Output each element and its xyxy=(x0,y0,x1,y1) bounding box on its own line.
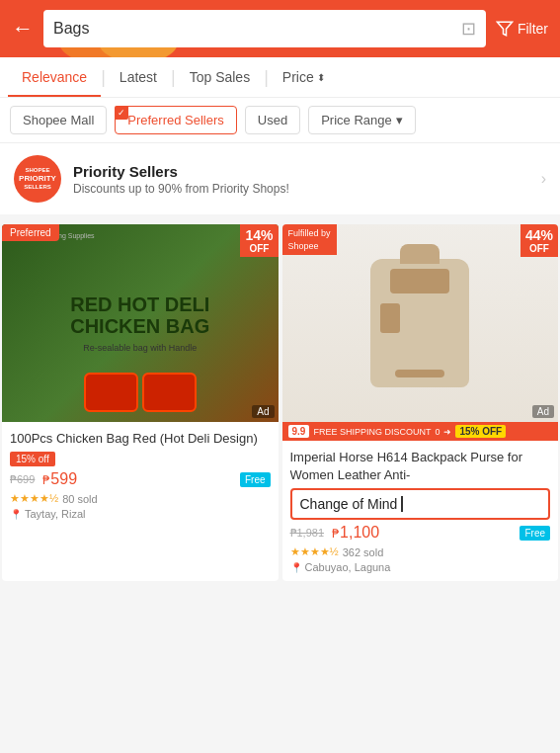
filter-icon xyxy=(496,20,514,38)
badge-off-left: 14% OFF xyxy=(240,224,278,257)
price-sort-icon: ⬍ xyxy=(317,72,325,83)
location-right: Cabuyao, Laguna xyxy=(305,561,391,573)
change-of-mind-input[interactable]: Change of Mind xyxy=(290,488,551,520)
location-left: Taytay, Rizal xyxy=(25,508,86,520)
promo-text: FREE SHIPPING DISCOUNT xyxy=(313,427,431,437)
price-tab-label: Price xyxy=(282,69,314,85)
price-current-right: ₱1,100 xyxy=(332,524,379,542)
product-img-text: RED HOT DELI CHICKEN BAG Re-sealable bag… xyxy=(62,286,217,361)
product-card-right[interactable]: Fulfilled by Shopee 44% OFF Ad 9.9 FREE … xyxy=(282,224,559,581)
backpack-strap xyxy=(395,370,444,377)
chip-shopee-mall[interactable]: Shopee Mall xyxy=(10,106,107,134)
badge-off-label-right: OFF xyxy=(525,243,553,254)
price-row-left: ₱699 ₱599 Free xyxy=(10,470,271,488)
stars-row-left: ★★★★½ 80 sold xyxy=(10,492,271,505)
priority-logo: SHOPEE PRIORITY SELLERS xyxy=(14,155,61,203)
product-name-left: 100Pcs Chicken Bag Red (Hot Deli Design) xyxy=(10,430,271,448)
search-bar: ⊡ xyxy=(43,10,486,47)
camera-icon[interactable]: ⊡ xyxy=(461,18,476,40)
header: ← ⊡ Filter xyxy=(0,0,560,57)
badge-preferred: Preferred xyxy=(2,224,59,241)
bag-right xyxy=(142,373,197,412)
badge-off-right: 44% OFF xyxy=(520,224,558,257)
price-row-right: ₱1,981 ₱1,100 Free xyxy=(290,524,551,542)
priority-info: Priority Sellers Discounts up to 90% fro… xyxy=(73,163,529,196)
price-range-label: Price Range xyxy=(321,113,392,127)
promo-arrow: ➜ xyxy=(443,427,451,437)
filter-chips: Shopee Mall Preferred Sellers Used Price… xyxy=(0,98,560,143)
location-row-right: 📍 Cabuyao, Laguna xyxy=(290,561,551,573)
ship-promo-bar: 9.9 FREE SHIPPING DISCOUNT 0 ➜ 15% OFF xyxy=(282,422,559,441)
back-button[interactable]: ← xyxy=(12,16,34,42)
stars-row-right: ★★★★½ 362 sold xyxy=(290,545,551,558)
priority-subtitle: Discounts up to 90% from Priority Shops! xyxy=(73,182,529,196)
product-info-right: Imperial Horse H614 Backpack Purse for W… xyxy=(282,441,559,581)
price-current-left: ₱599 xyxy=(42,470,77,488)
promo-off-badge: 15% OFF xyxy=(455,425,506,438)
products-grid: Riztore Packaging Supplies RED HOT DELI … xyxy=(0,220,560,585)
img-text-line3: CHICKEN BAG xyxy=(70,315,209,337)
chip-price-range[interactable]: Price Range ▾ xyxy=(308,106,416,134)
filter-button[interactable]: Filter xyxy=(496,20,548,38)
promo-range: 0 xyxy=(435,427,440,437)
sort-tabs: Relevance | Latest | Top Sales | Price ⬍ xyxy=(0,57,560,98)
tab-price[interactable]: Price ⬍ xyxy=(269,57,339,97)
tab-top-sales[interactable]: Top Sales xyxy=(176,57,264,97)
chip-preferred-sellers[interactable]: Preferred Sellers xyxy=(115,106,237,134)
filter-label: Filter xyxy=(518,21,548,37)
free-badge-left: Free xyxy=(240,472,271,487)
priority-banner[interactable]: SHOPEE PRIORITY SELLERS Priority Sellers… xyxy=(0,143,560,220)
logo-sellers: SELLERS xyxy=(24,184,51,191)
logo-priority: PRIORITY xyxy=(19,174,56,184)
product-name-right: Imperial Horse H614 Backpack Purse for W… xyxy=(290,449,551,484)
badge-pct-right: 44% xyxy=(525,227,553,243)
fulfilled-line2: Shopee xyxy=(288,240,331,253)
priority-arrow-icon: › xyxy=(541,170,546,188)
price-range-chevron: ▾ xyxy=(396,113,403,127)
search-input[interactable] xyxy=(53,20,453,38)
free-badge-right: Free xyxy=(520,526,550,541)
location-icon-right: 📍 xyxy=(290,562,302,573)
svg-marker-0 xyxy=(497,22,512,36)
badge-pct-left: 14% xyxy=(245,227,273,243)
tab-relevance[interactable]: Relevance xyxy=(8,57,101,97)
text-cursor xyxy=(401,496,403,512)
product-image-left: Riztore Packaging Supplies RED HOT DELI … xyxy=(2,224,279,422)
tab-latest[interactable]: Latest xyxy=(106,57,171,97)
img-text-line4: Re-sealable bag with Handle xyxy=(70,343,209,353)
peso-right: ₱ xyxy=(332,527,340,541)
sold-right: 362 sold xyxy=(343,546,384,558)
badge-fulfilled: Fulfilled by Shopee xyxy=(282,224,337,255)
fulfilled-line1: Fulfilled by xyxy=(288,227,331,240)
promo-99-badge: 9.9 xyxy=(288,425,310,438)
badge-ad-left: Ad xyxy=(252,405,274,418)
backpack-pocket xyxy=(380,303,400,333)
backpack-shape xyxy=(370,259,469,387)
product-card-left[interactable]: Riztore Packaging Supplies RED HOT DELI … xyxy=(2,224,279,581)
product-info-left: 100Pcs Chicken Bag Red (Hot Deli Design)… xyxy=(2,422,279,528)
location-row-left: 📍 Taytay, Rizal xyxy=(10,508,271,520)
change-of-mind-text: Change of Mind xyxy=(300,496,398,512)
location-icon-left: 📍 xyxy=(10,509,22,520)
badge-ad-right: Ad xyxy=(532,405,554,418)
logo-shopee: SHOPEE xyxy=(25,167,49,174)
price-original-left: ₱699 xyxy=(10,473,35,486)
sold-left: 80 sold xyxy=(62,493,97,505)
bag-images xyxy=(84,373,197,412)
peso-left: ₱ xyxy=(42,473,50,487)
bag-left xyxy=(84,373,138,412)
priority-title: Priority Sellers xyxy=(73,163,529,180)
chip-used[interactable]: Used xyxy=(245,106,300,134)
price-original-right: ₱1,981 xyxy=(290,527,325,540)
stars-right: ★★★★½ xyxy=(290,545,339,558)
stars-left: ★★★★½ xyxy=(10,492,58,505)
img-text-line2: RED HOT DELI xyxy=(70,293,209,315)
badge-off-label-left: OFF xyxy=(245,243,273,254)
discount-badge-left: 15% off xyxy=(10,452,55,466)
